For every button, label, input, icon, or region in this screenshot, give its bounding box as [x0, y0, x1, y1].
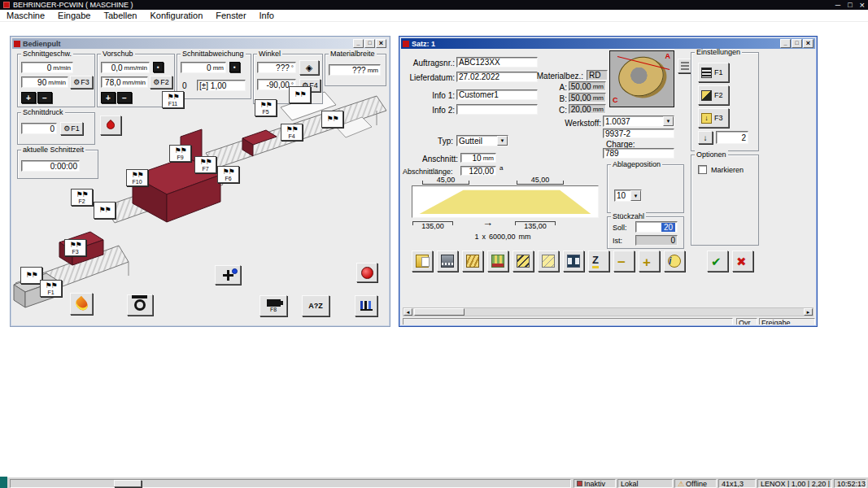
machine-button-f2[interactable]: F2: [71, 189, 93, 206]
machine-button-f5[interactable]: F5: [255, 99, 277, 116]
coolant-button[interactable]: [100, 115, 121, 135]
tolerance-field[interactable]: [±] 1,00: [197, 80, 246, 91]
machine-button-n2[interactable]: [289, 86, 311, 103]
auftragsnr-field[interactable]: ABC123XX: [456, 57, 538, 68]
chevron-down-icon[interactable]: [663, 116, 674, 126]
machine-button-f1[interactable]: F1: [40, 280, 62, 297]
schnittgeschw-decrease-button[interactable]: [37, 92, 52, 103]
cancel-button[interactable]: [732, 251, 753, 272]
app-maximize-button[interactable]: [848, 1, 852, 10]
status-text: LENOX | 1,00 | 2,20 | Bi: [761, 480, 832, 488]
torch-button[interactable]: [70, 293, 93, 315]
schnittdruck-settings-button[interactable]: F1: [60, 122, 83, 135]
menu-item-tabellen[interactable]: Tabellen: [97, 11, 143, 20]
sort-button[interactable]: A?Z: [302, 295, 329, 316]
horizontal-scrollbar[interactable]: [403, 307, 813, 316]
vorschub-increase-button[interactable]: [101, 92, 116, 103]
chevron-down-icon[interactable]: [630, 190, 641, 201]
close-button[interactable]: [803, 39, 813, 48]
remove-button[interactable]: [613, 251, 635, 272]
typ-combo[interactable]: Gutteil: [456, 135, 508, 146]
werkstoff-combo[interactable]: 1.0037: [603, 115, 674, 127]
menu-item-konfiguration[interactable]: Konfiguration: [143, 11, 209, 20]
value: Freigabe: [761, 319, 791, 325]
app-minimize-button[interactable]: [835, 1, 840, 10]
z-position-button[interactable]: [588, 251, 609, 272]
hatch-dark-button[interactable]: [513, 251, 534, 272]
chart-button[interactable]: [355, 295, 377, 316]
confirm-button[interactable]: [707, 251, 728, 272]
soll-field[interactable]: 20: [635, 221, 678, 233]
schnittgeschw-settings-button[interactable]: F3: [70, 76, 93, 89]
schnittgeschw-increase-button[interactable]: [21, 92, 36, 103]
hatch-light-button[interactable]: [538, 251, 559, 272]
schnittdruck-field[interactable]: 0: [21, 123, 57, 134]
stop-button[interactable]: [356, 263, 377, 282]
menu-item-eingabe[interactable]: Eingabe: [51, 11, 97, 20]
satz-titlebar[interactable]: Satz: 1: [401, 38, 815, 49]
ablageposition-combo[interactable]: 10: [614, 190, 642, 202]
vorschub-set-field[interactable]: 78,0mm/min: [101, 76, 148, 88]
mdi-scroll-thumb[interactable]: [114, 480, 142, 487]
info1-label: Info 1:: [408, 91, 455, 100]
vorschub-mode-button[interactable]: [153, 62, 164, 72]
scroll-right-button[interactable]: [804, 308, 813, 316]
machine-button-f10[interactable]: F10: [126, 169, 148, 186]
machine-button-n10[interactable]: [94, 202, 116, 219]
vorschub-decrease-button[interactable]: [117, 92, 132, 103]
scrollbar-thumb[interactable]: [414, 308, 465, 316]
value: 27.02.2022: [459, 72, 499, 81]
minimize-button[interactable]: [353, 39, 364, 48]
saw-band-button[interactable]: [437, 251, 458, 272]
info1-field[interactable]: Customer1: [456, 89, 538, 100]
einstellungen-count-field[interactable]: 2: [716, 131, 748, 144]
bedienpult-titlebar[interactable]: Bedienpult: [12, 38, 388, 49]
machine-button-f4[interactable]: F4: [281, 124, 303, 141]
maximize-button[interactable]: [364, 39, 375, 48]
add-button[interactable]: [639, 251, 660, 272]
machine-button-f3[interactable]: F3: [64, 239, 86, 256]
clamp-button[interactable]: [127, 294, 153, 316]
machine-button-f11[interactable]: F11: [162, 91, 184, 108]
material-stack-button[interactable]: [462, 251, 483, 272]
close-button[interactable]: [376, 39, 386, 48]
vorschub-settings-button[interactable]: F2: [150, 76, 172, 89]
e2-icon: [701, 90, 712, 101]
setting-f2-button[interactable]: F2: [698, 85, 729, 105]
lower-button[interactable]: [698, 131, 713, 144]
chevron-down-icon[interactable]: [497, 136, 508, 146]
machine-button-n4[interactable]: [321, 111, 343, 128]
group-label: Schnittabweichung: [181, 50, 246, 58]
machine-button-f9[interactable]: F9: [169, 145, 191, 162]
menu-item-fenster[interactable]: Fenster: [209, 11, 252, 20]
setting-f1-button[interactable]: F1: [698, 63, 729, 82]
menu-item-maschine[interactable]: Maschine: [0, 11, 51, 20]
markieren-checkbox[interactable]: [698, 165, 707, 174]
pallet-button[interactable]: [487, 251, 508, 272]
length: 6000,00: [489, 233, 516, 241]
winkel-target-button[interactable]: [299, 60, 319, 75]
maximize-button[interactable]: [792, 39, 802, 48]
profile-button[interactable]: [563, 251, 584, 272]
info2-field[interactable]: [456, 104, 538, 115]
open-button[interactable]: [412, 251, 433, 272]
status-panel-1: Lokal: [617, 479, 673, 488]
schnittabweichung-mode-button[interactable]: [229, 62, 240, 72]
charge-field[interactable]: 789: [603, 148, 674, 159]
abschnitt-field[interactable]: 120,00: [460, 166, 496, 176]
value: 120,00: [469, 167, 494, 176]
info-button[interactable]: [664, 251, 685, 272]
app-close-button[interactable]: [860, 1, 865, 10]
machine-button-n12[interactable]: [20, 267, 42, 284]
position-button[interactable]: [215, 265, 241, 285]
battery-button[interactable]: F8: [260, 295, 287, 316]
menu-item-info[interactable]: Info: [253, 11, 281, 20]
setting-f3-button[interactable]: F3: [698, 108, 729, 128]
werkstoff-name-field[interactable]: 9937-2: [603, 129, 674, 138]
scroll-left-button[interactable]: [403, 308, 412, 316]
schnittgeschw-set-field[interactable]: 90m/min: [21, 76, 68, 88]
anschnitt-field[interactable]: 10mm: [460, 153, 496, 163]
machine-button-f6[interactable]: F6: [217, 166, 239, 183]
machine-button-f7[interactable]: F7: [194, 156, 216, 173]
minimize-button[interactable]: [780, 39, 791, 48]
